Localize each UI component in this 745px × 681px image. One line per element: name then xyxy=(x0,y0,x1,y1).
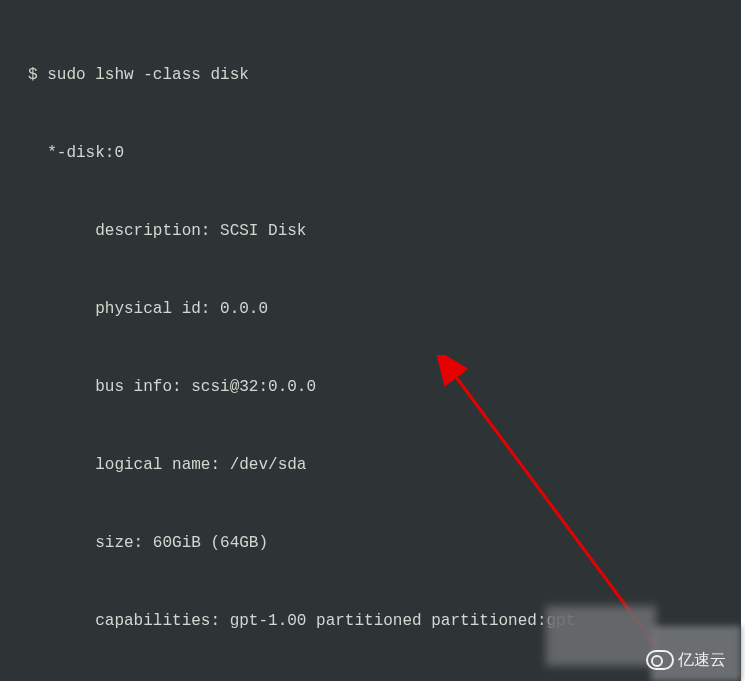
output-line: *-disk:0 xyxy=(28,140,731,166)
watermark-logo-icon xyxy=(646,650,674,670)
command: sudo lshw -class disk xyxy=(47,66,249,84)
prompt: $ xyxy=(28,66,47,84)
output-line: logical name: /dev/sda xyxy=(28,452,731,478)
watermark-text: 亿速云 xyxy=(678,647,726,673)
output-line: description: SCSI Disk xyxy=(28,218,731,244)
output-line: physical id: 0.0.0 xyxy=(28,296,731,322)
watermark: 亿速云 xyxy=(646,647,726,673)
terminal-window[interactable]: $ sudo lshw -class disk *-disk:0 descrip… xyxy=(0,0,741,681)
blurred-region xyxy=(546,606,656,666)
svg-line-1 xyxy=(453,373,655,645)
output-line: size: 60GiB (64GB) xyxy=(28,530,731,556)
command-line: $ sudo lshw -class disk xyxy=(28,62,731,88)
output-line: bus info: scsi@32:0.0.0 xyxy=(28,374,731,400)
